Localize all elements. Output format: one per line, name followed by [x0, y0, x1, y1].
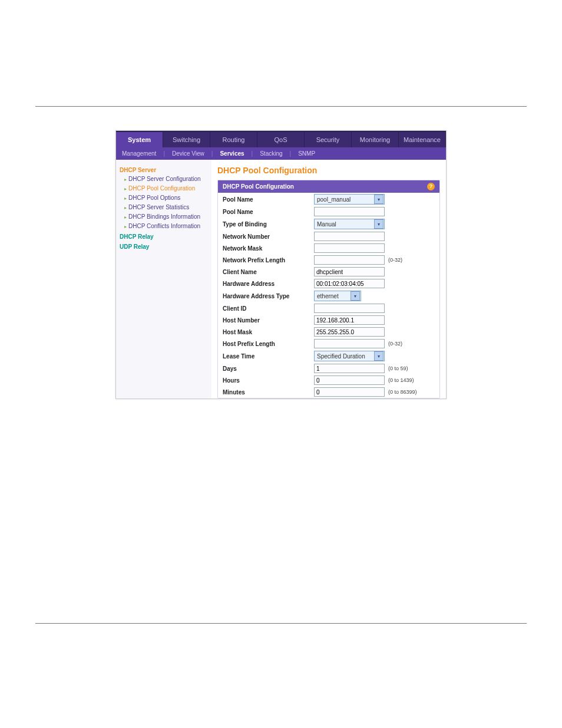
hint-minutes: (0 to 86399)	[388, 389, 417, 395]
sidebar-item-dhcp-server-stats[interactable]: ▸DHCP Server Statistics	[120, 203, 208, 212]
sidebar-section-dhcp-relay[interactable]: DHCP Relay	[120, 232, 208, 241]
label-host-prefix: Host Prefix Length	[223, 341, 314, 347]
label-host-number: Host Number	[223, 317, 314, 324]
panel-title: DHCP Pool Configuration	[223, 183, 294, 190]
label-pool-select: Pool Name	[223, 196, 314, 203]
chevron-down-icon: ▾	[351, 291, 360, 301]
config-panel: DHCP Pool Configuration ? Pool Name pool…	[217, 180, 440, 398]
minutes-input[interactable]	[314, 387, 385, 397]
sidebar-section-dhcp-server[interactable]: DHCP Server	[120, 166, 208, 174]
tab-monitoring[interactable]: Monitoring	[352, 131, 399, 147]
label-days: Days	[223, 365, 314, 372]
label-client-id: Client ID	[223, 305, 314, 312]
pool-name-input[interactable]	[314, 207, 385, 216]
sidebar-item-dhcp-pool-config[interactable]: ▸DHCP Pool Configuration	[120, 184, 208, 193]
chevron-down-icon: ▾	[374, 195, 384, 204]
tab-maintenance[interactable]: Maintenance	[399, 131, 446, 147]
label-host-mask: Host Mask	[223, 329, 314, 335]
tab-switching[interactable]: Switching	[163, 131, 210, 147]
chevron-down-icon: ▾	[374, 219, 384, 229]
label-hardware-type: Hardware Address Type	[223, 293, 314, 299]
chevron-right-icon: ▸	[124, 196, 127, 201]
label-pool-name: Pool Name	[223, 209, 314, 215]
subtab-stacking[interactable]: Stacking	[260, 150, 282, 157]
sidebar: DHCP Server ▸DHCP Server Configuration ▸…	[116, 160, 211, 398]
label-lease-time: Lease Time	[223, 353, 314, 360]
sidebar-item-dhcp-conflicts[interactable]: ▸DHCP Conflicts Information	[120, 222, 208, 231]
chevron-right-icon: ▸	[124, 177, 127, 182]
label-network-mask: Network Mask	[223, 245, 314, 252]
sidebar-item-dhcp-pool-options[interactable]: ▸DHCP Pool Options	[120, 193, 208, 203]
main-content: DHCP Pool Configuration DHCP Pool Config…	[211, 160, 446, 398]
label-binding-type: Type of Binding	[223, 221, 314, 228]
hardware-address-input[interactable]	[314, 279, 385, 288]
label-network-prefix: Network Prefix Length	[223, 257, 314, 263]
subtab-device-view[interactable]: Device View	[172, 150, 204, 157]
label-hardware-address: Hardware Address	[223, 281, 314, 287]
chevron-right-icon: ▸	[124, 215, 127, 220]
chevron-right-icon: ▸	[124, 224, 127, 229]
days-input[interactable]	[314, 364, 385, 373]
subtab-management[interactable]: Management	[122, 150, 156, 157]
sub-tabs: Management| Device View| Services| Stack…	[116, 147, 446, 160]
hint-network-prefix: (0-32)	[388, 257, 402, 263]
label-hours: Hours	[223, 377, 314, 384]
label-minutes: Minutes	[223, 389, 314, 396]
hardware-type-select[interactable]: ethernet▾	[314, 291, 361, 301]
subtab-services[interactable]: Services	[220, 150, 244, 157]
label-client-name: Client Name	[223, 269, 314, 275]
tab-security[interactable]: Security	[305, 131, 352, 147]
chevron-right-icon: ▸	[124, 205, 127, 210]
label-network-number: Network Number	[223, 233, 314, 240]
page-title: DHCP Pool Configuration	[217, 166, 440, 175]
lease-time-select[interactable]: Specified Duration▾	[314, 351, 385, 361]
sidebar-item-dhcp-server-config[interactable]: ▸DHCP Server Configuration	[120, 174, 208, 184]
tab-routing[interactable]: Routing	[210, 131, 257, 147]
binding-type-select[interactable]: Manual▾	[314, 219, 385, 229]
sidebar-section-udp-relay[interactable]: UDP Relay	[120, 242, 208, 251]
host-prefix-input[interactable]	[314, 339, 385, 348]
host-mask-input[interactable]	[314, 327, 385, 337]
subtab-snmp[interactable]: SNMP	[298, 150, 315, 157]
chevron-down-icon: ▾	[374, 351, 384, 361]
hours-input[interactable]	[314, 375, 385, 385]
client-id-input[interactable]	[314, 304, 385, 313]
tab-qos[interactable]: QoS	[257, 131, 305, 147]
sidebar-item-dhcp-bindings[interactable]: ▸DHCP Bindings Information	[120, 212, 208, 222]
help-icon[interactable]: ?	[427, 183, 435, 190]
host-number-input[interactable]	[314, 315, 385, 325]
app-window: System Switching Routing QoS Security Mo…	[115, 130, 447, 399]
hint-host-prefix: (0-32)	[388, 341, 402, 347]
hint-days: (0 to 59)	[388, 365, 408, 371]
network-prefix-input[interactable]	[314, 255, 385, 265]
main-tabs: System Switching Routing QoS Security Mo…	[116, 131, 446, 147]
network-number-input[interactable]	[314, 232, 385, 241]
panel-header: DHCP Pool Configuration ?	[218, 180, 439, 193]
tab-system[interactable]: System	[116, 131, 163, 147]
network-mask-input[interactable]	[314, 243, 385, 253]
chevron-right-icon: ▸	[124, 186, 127, 192]
hint-hours: (0 to 1439)	[388, 377, 414, 383]
pool-name-select[interactable]: pool_manual▾	[314, 194, 385, 205]
client-name-input[interactable]	[314, 267, 385, 276]
